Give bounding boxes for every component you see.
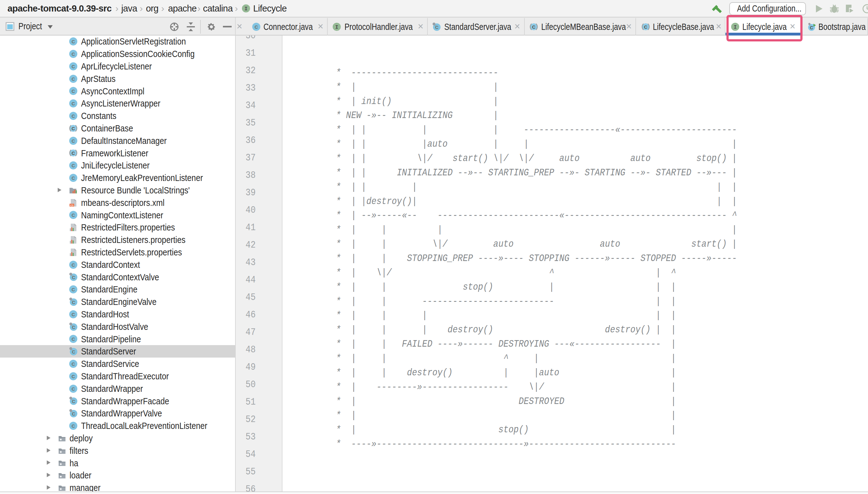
svg-text:C: C [72,299,75,305]
svg-text:C: C [72,399,75,404]
svg-text:C: C [72,113,75,118]
svg-text:C: C [72,63,75,69]
svg-text:C: C [72,374,75,379]
svg-text:C: C [72,349,75,355]
svg-text:C: C [72,287,75,292]
svg-text:C: C [72,275,75,280]
svg-text:C: C [72,138,75,143]
svg-text:C: C [72,163,75,168]
svg-text:C: C [72,89,75,94]
svg-text:C: C [255,24,258,30]
svg-text:C: C [72,336,75,342]
svg-text:C: C [72,411,75,416]
svg-text:C: C [72,311,75,317]
svg-text:C: C [72,150,75,156]
svg-text:C: C [72,423,75,428]
svg-text:C: C [72,39,75,44]
svg-text:C: C [435,25,439,30]
svg-text:C: C [72,324,75,329]
svg-text:C: C [644,24,648,30]
svg-text:C: C [72,76,75,81]
svg-text:C: C [72,175,75,180]
svg-text:C: C [72,126,75,131]
svg-text:I: I [245,6,248,12]
svg-text:C: C [72,51,75,56]
svg-text:C: C [72,101,75,106]
svg-text:<>: <> [70,204,74,207]
svg-text:I: I [335,25,338,30]
svg-text:C: C [72,386,75,391]
svg-text:C: C [72,262,75,267]
svg-text:C: C [532,24,536,30]
svg-text:C: C [72,361,75,366]
svg-text:C: C [72,212,75,218]
